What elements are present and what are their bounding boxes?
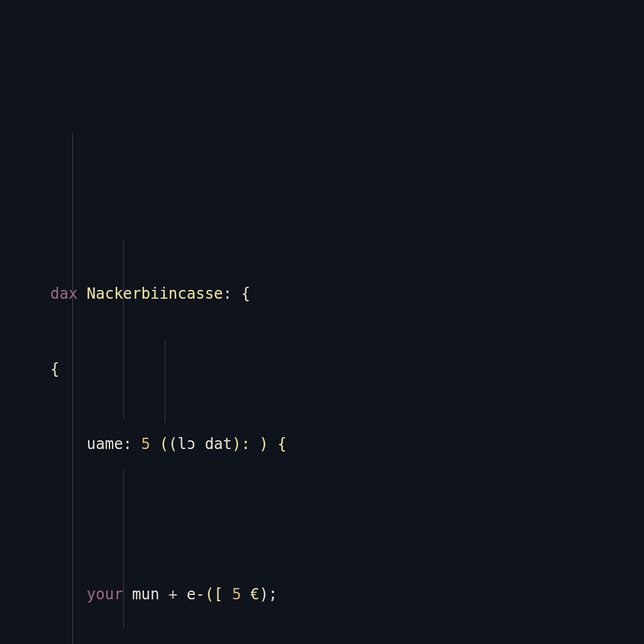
code-line: uame: 5 ((lɔ dat): ) {: [50, 432, 644, 457]
code-line: [50, 508, 644, 533]
code-line: your mun + e-([ 5 €);: [50, 582, 644, 608]
code-line: {: [50, 357, 644, 382]
code-line: dax Nackerbiincasse: {: [50, 282, 644, 307]
code-block: dax Nackerbiincasse: { { uame: 5 ((lɔ da…: [50, 107, 644, 644]
code-editor[interactable]: dax Nackerbiincasse: { { uame: 5 ((lɔ da…: [0, 0, 644, 644]
